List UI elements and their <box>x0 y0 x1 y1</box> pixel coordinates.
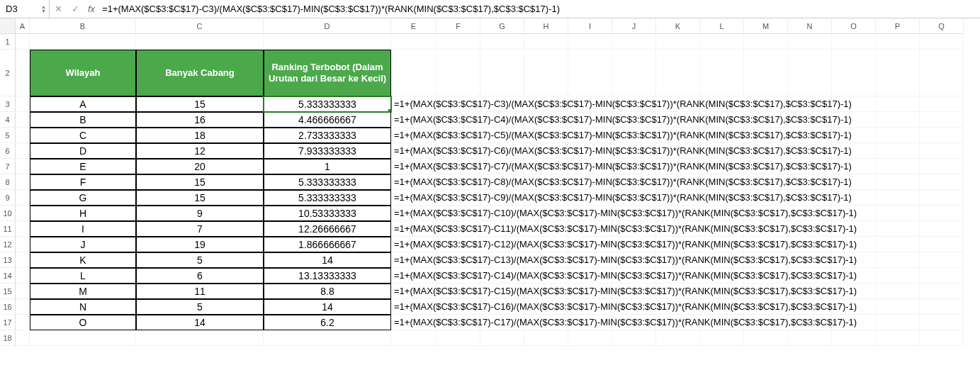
row-header-13[interactable]: 13 <box>0 252 16 268</box>
cell-D7[interactable]: 1 <box>264 159 391 174</box>
cell-A2[interactable] <box>16 50 30 96</box>
cell-E16[interactable]: =1+(MAX($C$3:$C$17)-C16)/(MAX($C$3:$C$17… <box>391 299 437 315</box>
cell-P2[interactable] <box>876 50 920 96</box>
cell-B9[interactable]: G <box>30 190 136 206</box>
cell-P8[interactable] <box>876 174 920 190</box>
cell-G2[interactable] <box>480 50 524 96</box>
cell-C11[interactable]: 7 <box>136 221 264 237</box>
row-header-2[interactable]: 2 <box>0 50 16 96</box>
cell-A12[interactable] <box>16 237 30 252</box>
cell-B10[interactable]: H <box>30 206 136 221</box>
row-header-11[interactable]: 11 <box>0 221 16 237</box>
cell-P1[interactable] <box>876 34 920 50</box>
cell-E6[interactable]: =1+(MAX($C$3:$C$17)-C6)/(MAX($C$3:$C$17)… <box>391 143 437 159</box>
cell-B2[interactable]: Wilayah <box>30 50 136 96</box>
cell-H1[interactable] <box>524 34 568 50</box>
cell-E7[interactable]: =1+(MAX($C$3:$C$17)-C7)/(MAX($C$3:$C$17)… <box>391 159 437 174</box>
cell-Q11[interactable] <box>920 221 964 237</box>
cell-P4[interactable] <box>876 112 920 128</box>
cell-E4[interactable]: =1+(MAX($C$3:$C$17)-C4)/(MAX($C$3:$C$17)… <box>391 112 437 128</box>
cell-B11[interactable]: I <box>30 221 136 237</box>
row-header-6[interactable]: 6 <box>0 143 16 159</box>
cell-D8[interactable]: 5.333333333 <box>264 174 391 190</box>
cell-O2[interactable] <box>832 50 876 96</box>
cell-E17[interactable]: =1+(MAX($C$3:$C$17)-C17)/(MAX($C$3:$C$17… <box>391 315 437 330</box>
cell-B15[interactable]: M <box>30 284 136 299</box>
cell-D17[interactable]: 6.2 <box>264 315 391 330</box>
cell-Q14[interactable] <box>920 268 964 284</box>
cell-L18[interactable] <box>700 330 744 346</box>
row-header-16[interactable]: 16 <box>0 299 16 315</box>
cell-A5[interactable] <box>16 128 30 143</box>
cell-D15[interactable]: 8.8 <box>264 284 391 299</box>
cell-P11[interactable] <box>876 221 920 237</box>
cell-Q2[interactable] <box>920 50 964 96</box>
cell-K2[interactable] <box>656 50 700 96</box>
cell-D11[interactable]: 12.26666667 <box>264 221 391 237</box>
row-header-9[interactable]: 9 <box>0 190 16 206</box>
cell-D5[interactable]: 2.733333333 <box>264 128 391 143</box>
cell-B3[interactable]: A <box>30 96 136 112</box>
cell-E3[interactable]: =1+(MAX($C$3:$C$17)-C3)/(MAX($C$3:$C$17)… <box>391 96 437 112</box>
cell-C16[interactable]: 5 <box>136 299 264 315</box>
cell-A11[interactable] <box>16 221 30 237</box>
cell-C3[interactable]: 15 <box>136 96 264 112</box>
cell-D9[interactable]: 5.333333333 <box>264 190 391 206</box>
cell-A18[interactable] <box>16 330 30 346</box>
cell-P14[interactable] <box>876 268 920 284</box>
cell-P7[interactable] <box>876 159 920 174</box>
fx-label[interactable]: fx <box>84 4 99 14</box>
row-header-15[interactable]: 15 <box>0 284 16 299</box>
cell-E12[interactable]: =1+(MAX($C$3:$C$17)-C12)/(MAX($C$3:$C$17… <box>391 237 437 252</box>
cell-N2[interactable] <box>788 50 832 96</box>
cell-I18[interactable] <box>568 330 612 346</box>
cell-I1[interactable] <box>568 34 612 50</box>
row-header-3[interactable]: 3 <box>0 96 16 112</box>
cell-C6[interactable]: 12 <box>136 143 264 159</box>
cell-E11[interactable]: =1+(MAX($C$3:$C$17)-C11)/(MAX($C$3:$C$17… <box>391 221 437 237</box>
cell-Q15[interactable] <box>920 284 964 299</box>
cell-B16[interactable]: N <box>30 299 136 315</box>
cell-C7[interactable]: 20 <box>136 159 264 174</box>
row-header-14[interactable]: 14 <box>0 268 16 284</box>
cell-M2[interactable] <box>744 50 788 96</box>
row-header-18[interactable]: 18 <box>0 330 16 346</box>
cell-C12[interactable]: 19 <box>136 237 264 252</box>
cell-J18[interactable] <box>612 330 656 346</box>
cell-B14[interactable]: L <box>30 268 136 284</box>
cell-C15[interactable]: 11 <box>136 284 264 299</box>
cell-C1[interactable] <box>136 34 264 50</box>
cell-M1[interactable] <box>744 34 788 50</box>
row-header-8[interactable]: 8 <box>0 174 16 190</box>
cell-E15[interactable]: =1+(MAX($C$3:$C$17)-C15)/(MAX($C$3:$C$17… <box>391 284 437 299</box>
name-box[interactable]: D3 ▲ ▼ <box>0 0 50 18</box>
cell-G1[interactable] <box>480 34 524 50</box>
cell-Q5[interactable] <box>920 128 964 143</box>
cell-P17[interactable] <box>876 315 920 330</box>
cell-E18[interactable] <box>391 330 437 346</box>
grid-cells[interactable]: WilayahBanyak CabangRanking Terbobot (Da… <box>16 34 980 346</box>
cell-D6[interactable]: 7.933333333 <box>264 143 391 159</box>
column-header-J[interactable]: J <box>612 18 656 34</box>
cell-C5[interactable]: 18 <box>136 128 264 143</box>
cell-B4[interactable]: B <box>30 112 136 128</box>
cell-L1[interactable] <box>700 34 744 50</box>
cell-Q1[interactable] <box>920 34 964 50</box>
cell-H2[interactable] <box>524 50 568 96</box>
cell-D4[interactable]: 4.466666667 <box>264 112 391 128</box>
cell-Q13[interactable] <box>920 252 964 268</box>
cell-F18[interactable] <box>437 330 480 346</box>
cell-Q3[interactable] <box>920 96 964 112</box>
cell-D14[interactable]: 13.13333333 <box>264 268 391 284</box>
cell-A17[interactable] <box>16 315 30 330</box>
cell-C9[interactable]: 15 <box>136 190 264 206</box>
cell-F2[interactable] <box>437 50 480 96</box>
cell-A4[interactable] <box>16 112 30 128</box>
cell-I2[interactable] <box>568 50 612 96</box>
cell-B8[interactable]: F <box>30 174 136 190</box>
row-header-4[interactable]: 4 <box>0 112 16 128</box>
column-header-L[interactable]: L <box>700 18 744 34</box>
select-all-corner[interactable] <box>0 18 16 34</box>
column-header-B[interactable]: B <box>30 18 136 34</box>
cell-P18[interactable] <box>876 330 920 346</box>
